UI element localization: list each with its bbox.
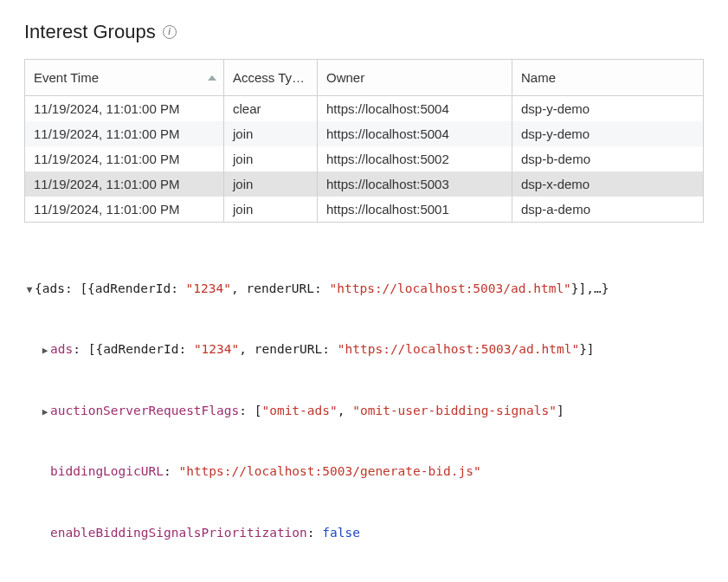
expand-icon[interactable]: ▶	[40, 404, 50, 420]
ads-pre: [{adRenderId:	[88, 342, 194, 356]
flags-key: auctionServerRequestFlags	[50, 404, 239, 417]
ads-post: }]	[579, 342, 594, 356]
cell-name: dsp-a-demo	[512, 197, 704, 223]
cell-owner: https://localhost:5004	[318, 96, 512, 122]
table-header-row: Event Time Access Ty… Owner Name	[25, 60, 704, 96]
ads-key: ads	[50, 342, 73, 356]
cell-type: clear	[224, 96, 318, 122]
col-owner[interactable]: Owner	[318, 60, 512, 96]
cell-time: 11/19/2024, 11:01:00 PM	[25, 121, 224, 146]
ads-mid: , renderURL:	[239, 342, 338, 356]
cell-type: join	[224, 146, 318, 171]
flags-v2: "omit-user-bidding-signals"	[352, 404, 557, 417]
cell-name: dsp-b-demo	[512, 146, 704, 171]
table-row[interactable]: 11/19/2024, 11:01:00 PMjoinhttps://local…	[25, 121, 704, 146]
table-row[interactable]: 11/19/2024, 11:01:00 PMjoinhttps://local…	[25, 146, 704, 171]
col-event-time[interactable]: Event Time	[25, 60, 224, 96]
cell-name: dsp-y-demo	[512, 96, 704, 122]
cell-time: 11/19/2024, 11:01:00 PM	[25, 197, 224, 223]
tree-enable[interactable]: ▶ enableBiddingSignalsPrioritization: fa…	[24, 523, 704, 543]
page-title: Interest Groups i	[24, 21, 704, 43]
cell-type: join	[224, 121, 318, 146]
col-name[interactable]: Name	[512, 60, 704, 96]
cell-name: dsp-x-demo	[512, 171, 704, 197]
detail-tree: ▼ {ads: [{adRenderId: "1234", renderURL:…	[24, 238, 704, 582]
expand-icon[interactable]: ▼	[24, 282, 35, 298]
table-row[interactable]: 11/19/2024, 11:01:00 PMjoinhttps://local…	[25, 197, 704, 223]
ads-url: "https://localhost:5003/ad.html"	[338, 342, 579, 356]
expand-icon[interactable]: ▶	[40, 343, 50, 359]
cell-owner: https://localhost:5002	[318, 146, 512, 171]
bidding-key: biddingLogicURL	[50, 464, 164, 478]
root-mid: , renderURL:	[231, 281, 330, 295]
root-post: }],…}	[571, 281, 609, 295]
root-url: "https://localhost:5003/ad.html"	[330, 281, 571, 295]
table-row[interactable]: 11/19/2024, 11:01:00 PMclearhttps://loca…	[25, 96, 704, 122]
table-row[interactable]: 11/19/2024, 11:01:00 PMjoinhttps://local…	[25, 171, 704, 197]
root-id: "1234"	[186, 281, 231, 295]
enable-val: false	[322, 526, 360, 540]
heading-text: Interest Groups	[24, 21, 156, 43]
events-table: Event Time Access Ty… Owner Name 11/19/2…	[24, 59, 704, 223]
tree-flags[interactable]: ▶ auctionServerRequestFlags: ["omit-ads"…	[24, 401, 704, 421]
cell-time: 11/19/2024, 11:01:00 PM	[25, 146, 224, 171]
cell-owner: https://localhost:5004	[318, 121, 512, 146]
flags-v1: "omit-ads"	[261, 404, 337, 417]
enable-key: enableBiddingSignalsPrioritization	[50, 526, 307, 540]
cell-owner: https://localhost:5001	[318, 197, 512, 223]
col-event-time-label: Event Time	[34, 70, 99, 85]
cell-name: dsp-y-demo	[512, 121, 704, 146]
cell-type: join	[224, 171, 318, 197]
tree-bidding-url[interactable]: ▶ biddingLogicURL: "https://localhost:50…	[24, 462, 704, 482]
cell-owner: https://localhost:5003	[318, 171, 512, 197]
cell-time: 11/19/2024, 11:01:00 PM	[25, 171, 224, 197]
sort-desc-icon	[208, 75, 216, 81]
tree-ads[interactable]: ▶ ads: [{adRenderId: "1234", renderURL: …	[24, 340, 704, 359]
info-icon[interactable]: i	[163, 25, 177, 39]
cell-type: join	[224, 197, 318, 223]
root-pre: {ads: [{adRenderId:	[35, 281, 186, 295]
ads-id: "1234"	[194, 342, 239, 356]
bidding-val: "https://localhost:5003/generate-bid.js"	[178, 464, 480, 478]
tree-root[interactable]: ▼ {ads: [{adRenderId: "1234", renderURL:…	[24, 279, 704, 299]
cell-time: 11/19/2024, 11:01:00 PM	[25, 96, 224, 122]
col-access-type[interactable]: Access Ty…	[224, 60, 318, 96]
